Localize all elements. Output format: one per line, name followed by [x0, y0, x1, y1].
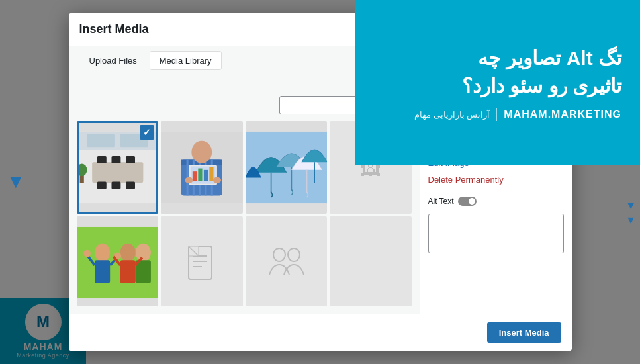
svg-point-55	[273, 248, 285, 261]
overlay-card: تگ Alt تصاویر چه تاثیری رو سئو دارد؟ MAH…	[355, 0, 640, 165]
media-item-doc[interactable]	[161, 216, 243, 306]
svg-point-41	[135, 244, 150, 262]
alt-text-label-text: Alt Text	[428, 197, 454, 206]
tab-media-library[interactable]: Media Library	[150, 51, 222, 70]
svg-rect-4	[126, 156, 135, 163]
media-item-people[interactable]	[246, 216, 328, 306]
media-item-empty2[interactable]	[330, 216, 412, 306]
overlay-card-line2: تاثیری رو سئو دارد؟	[462, 72, 621, 100]
svg-rect-26	[209, 167, 213, 181]
svg-rect-6	[111, 182, 120, 189]
svg-rect-5	[97, 182, 106, 189]
svg-point-45	[83, 250, 91, 257]
svg-rect-2	[97, 156, 106, 163]
media-item-tablet[interactable]	[161, 121, 243, 214]
overlay-card-line1: تگ Alt تصاویر چه	[478, 44, 621, 72]
people-icon	[266, 245, 306, 281]
alt-text-label: Alt Text	[428, 197, 564, 206]
alt-text-toggle[interactable]	[458, 197, 477, 206]
svg-rect-38	[95, 260, 110, 283]
doc-icon	[185, 243, 218, 283]
alt-text-input[interactable]	[428, 214, 564, 253]
brand-divider	[496, 108, 497, 121]
svg-rect-7	[126, 182, 135, 189]
tab-upload-files[interactable]: Upload Files	[79, 51, 147, 70]
brand-name: MAHAM.MARKETING	[504, 109, 621, 120]
svg-rect-1	[92, 162, 143, 183]
delete-permanently-button[interactable]: Delete Permanently	[428, 175, 564, 185]
modal-title: Insert Media	[79, 23, 149, 36]
selected-check: ✓	[140, 125, 154, 140]
placeholder-2	[330, 216, 412, 306]
insert-media-button[interactable]: Insert Media	[487, 322, 561, 343]
svg-point-12	[77, 164, 87, 177]
overlay-card-brand: MAHAM.MARKETING آژانس بازاریابی مهام	[414, 108, 621, 121]
left-nav-arrow[interactable]: ▼	[7, 173, 25, 191]
svg-point-27	[185, 177, 193, 183]
svg-rect-25	[204, 170, 208, 181]
brand-sub: آژانس بازاریابی مهام	[414, 110, 490, 120]
media-item-umbrellas[interactable]	[246, 121, 328, 214]
placeholder-people	[246, 216, 328, 306]
svg-rect-9	[87, 134, 114, 147]
arrow-down-1[interactable]: ▼	[625, 201, 636, 211]
svg-rect-23	[193, 171, 197, 181]
media-item-conference[interactable]: ✓	[77, 121, 159, 214]
svg-point-29	[191, 141, 212, 163]
right-scroll-arrows: ▼ ▼	[625, 201, 636, 226]
svg-point-28	[213, 177, 221, 183]
placeholder-doc	[161, 216, 243, 306]
svg-rect-40	[120, 260, 135, 283]
media-item-green[interactable]	[77, 216, 159, 306]
modal-footer: Insert Media	[69, 314, 572, 351]
svg-rect-3	[111, 156, 120, 163]
svg-point-39	[120, 244, 135, 262]
svg-point-37	[95, 244, 110, 262]
arrow-down-2[interactable]: ▼	[625, 215, 636, 226]
svg-rect-24	[198, 169, 202, 181]
svg-point-56	[288, 248, 300, 261]
